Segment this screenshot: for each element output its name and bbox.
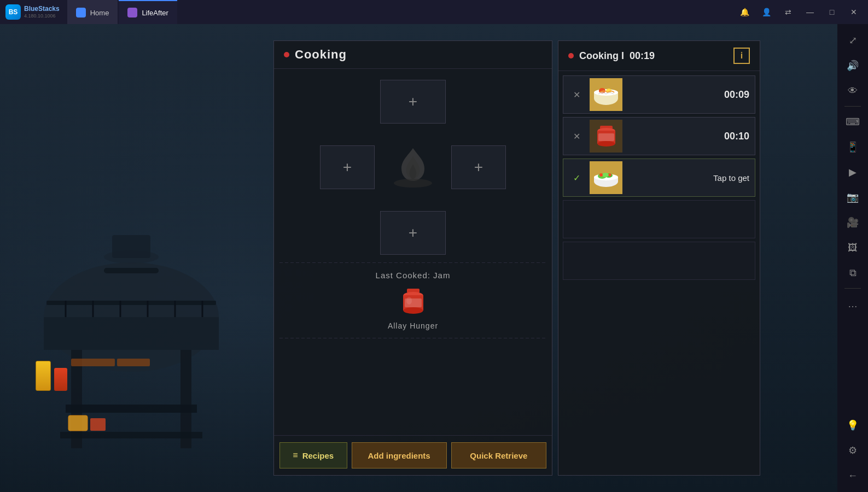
bbq-food (71, 359, 150, 366)
queue-ready-check: ✓ (569, 170, 584, 185)
ingredient-slot-bottom[interactable]: + (380, 211, 446, 255)
svg-rect-9 (46, 301, 216, 305)
sidebar-back-btn[interactable]: ← (842, 465, 864, 487)
queue-food-3 (590, 161, 622, 194)
ingredient-slot-top[interactable]: + (380, 80, 446, 124)
queue-panel-timer: 00:19 (630, 50, 655, 62)
queue-cancel-2[interactable]: ✕ (569, 128, 584, 144)
bluestacks-version: BlueStacks 4.180.10.1006 (24, 5, 60, 19)
cooking-panel-header: Cooking (274, 41, 552, 69)
close-button[interactable]: ✕ (845, 3, 863, 21)
sidebar-eye-btn[interactable]: 👁 (842, 80, 864, 102)
recipes-label: Recipes (302, 451, 334, 460)
queue-food-1 (590, 78, 622, 111)
add-ingredients-button[interactable]: Add ingredients (352, 442, 447, 468)
svg-rect-6 (68, 415, 88, 431)
queue-item-4 (563, 200, 755, 238)
sidebar-record-btn[interactable]: 🎥 (842, 212, 864, 233)
game-area: Cooking + + (0, 24, 837, 492)
item-bottle-1 (36, 361, 51, 391)
svg-point-25 (406, 297, 412, 304)
queue-panel-title: Cooking I (579, 50, 624, 62)
ingredient-slot-right[interactable]: + (451, 145, 506, 189)
window-controls: 🔔 👤 ⇄ — □ ✕ (736, 3, 868, 21)
lifeafter-tab-label: LifeAfter (142, 9, 168, 17)
svg-rect-18 (112, 235, 150, 258)
recipes-icon: ≡ (293, 450, 298, 460)
cooking-header-dot (284, 52, 289, 57)
queue-item-1: ✕ 00:09 (563, 75, 755, 114)
account-button[interactable]: 👤 (758, 3, 775, 21)
item-bottle-2 (54, 368, 67, 391)
home-tab-label: Home (90, 9, 109, 17)
sidebar-photo-btn[interactable]: 🖼 (842, 237, 864, 259)
shelf-items (36, 361, 67, 391)
grill-svg (16, 197, 246, 470)
svg-point-19 (394, 179, 432, 188)
sidebar-expand-btn[interactable]: ⤢ (842, 30, 864, 51)
sidebar-phone-btn[interactable]: 📱 (842, 136, 864, 158)
grill-silhouette (16, 197, 246, 470)
cooking-panel: Cooking + + (273, 40, 552, 476)
home-tab-icon (76, 8, 86, 17)
cooking-content: + + (274, 69, 552, 435)
last-cooked-icon (397, 284, 429, 317)
sidebar-volume-btn[interactable]: 🔊 (842, 55, 864, 77)
svg-point-46 (609, 174, 611, 177)
svg-rect-8 (90, 418, 106, 431)
sidebar-play-btn[interactable]: ▶ (842, 161, 864, 183)
cooking-bottom-buttons: ≡ Recipes Add ingredients Quick Retrieve (274, 435, 552, 475)
bluestacks-logo: BS BlueStacks 4.180.10.1006 (0, 4, 65, 20)
lifeafter-tab-icon (127, 8, 137, 17)
sidebar-camera-btn[interactable]: 📷 (842, 186, 864, 208)
notification-button[interactable]: 🔔 (736, 3, 753, 21)
queue-food-2 (590, 120, 622, 153)
last-cooked-effect: Allay Hunger (388, 321, 438, 330)
recipes-button[interactable]: ≡ Recipes (279, 442, 347, 468)
svg-rect-5 (60, 432, 202, 438)
queue-panel-header: Cooking I 00:19 i (558, 41, 760, 71)
last-cooked-section: Last Cooked: Jam (370, 265, 456, 336)
quick-retrieve-button[interactable]: Quick Retrieve (451, 442, 546, 468)
maximize-button[interactable]: □ (823, 3, 841, 21)
sidebar-copy-btn[interactable]: ⧉ (842, 262, 864, 284)
ingredient-slot-left[interactable]: + (320, 145, 375, 189)
sidebar-settings-btn[interactable]: ⚙ (842, 440, 864, 461)
quick-retrieve-label: Quick Retrieve (470, 451, 527, 460)
queue-info-button[interactable]: i (733, 48, 750, 64)
queue-list: ✕ 00:09 (558, 71, 760, 475)
queue-time-2: 00:10 (628, 131, 749, 142)
queue-item-2: ✕ 00:10 (563, 117, 755, 155)
right-sidebar: ⤢ 🔊 👁 ⌨ 📱 ▶ 📷 🎥 🖼 ⧉ … 💡 ⚙ ← (837, 24, 868, 492)
queue-item-5 (563, 242, 755, 280)
sidebar-more-btn[interactable]: … (842, 293, 864, 315)
svg-rect-37 (598, 133, 614, 141)
queue-cancel-1[interactable]: ✕ (569, 87, 584, 102)
svg-point-29 (594, 89, 618, 96)
svg-rect-16 (104, 268, 159, 273)
tab-lifeafter[interactable]: LifeAfter (119, 0, 177, 24)
food-item-2 (117, 359, 150, 366)
add-ingredients-label: Add ingredients (368, 451, 430, 460)
bluestacks-icon: BS (5, 4, 21, 20)
food-item-1 (71, 359, 115, 366)
separator-1 (279, 262, 546, 263)
svg-point-23 (403, 307, 423, 314)
queue-tap-label: Tap to get (628, 173, 749, 183)
sidebar-light-btn[interactable]: 💡 (842, 414, 864, 436)
title-bar: BS BlueStacks 4.180.10.1006 Home LifeAft… (0, 0, 868, 24)
ingredient-grid: + + (320, 74, 506, 260)
sidebar-divider-2 (844, 288, 861, 289)
svg-rect-4 (66, 405, 197, 413)
svg-point-44 (602, 173, 609, 177)
queue-panel: Cooking I 00:19 i ✕ (558, 40, 760, 476)
cooking-panel-title: Cooking (295, 48, 347, 62)
svg-point-45 (599, 173, 603, 177)
svg-rect-1 (44, 317, 219, 350)
sidebar-keyboard-btn[interactable]: ⌨ (842, 111, 864, 133)
queue-item-3[interactable]: ✓ (563, 159, 755, 197)
minimize-button[interactable]: — (801, 3, 819, 21)
tab-home[interactable]: Home (67, 0, 118, 24)
bluestacks-settings-button[interactable]: ⇄ (779, 3, 797, 21)
svg-point-36 (597, 141, 615, 147)
